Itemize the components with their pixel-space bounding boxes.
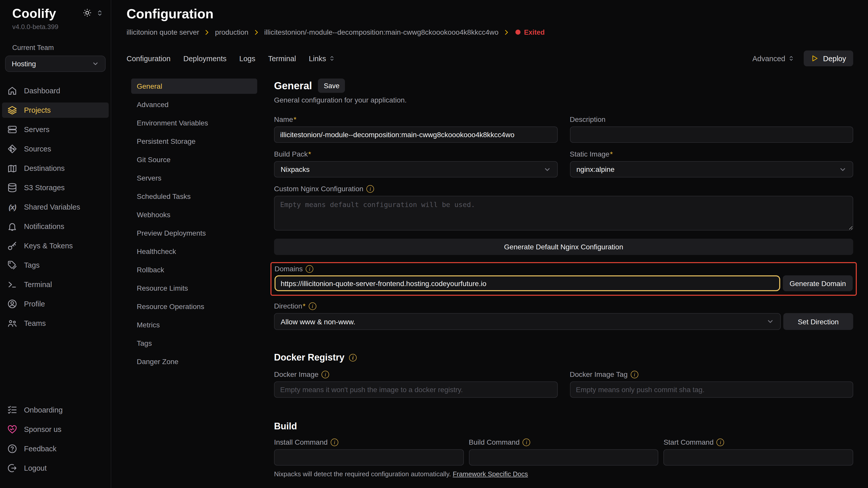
subnav-resource-operations[interactable]: Resource Operations bbox=[131, 299, 257, 314]
subnav-advanced[interactable]: Advanced bbox=[131, 97, 257, 112]
sidebar-item-s3-storages[interactable]: S3 Storages bbox=[2, 180, 109, 195]
server-icon bbox=[7, 124, 17, 135]
config-subnav: General Advanced Environment Variables P… bbox=[131, 78, 257, 488]
subnav-environment-variables[interactable]: Environment Variables bbox=[131, 115, 257, 131]
custom-nginx-textarea[interactable] bbox=[274, 196, 853, 230]
build-pack-select[interactable]: Nixpacks bbox=[274, 161, 557, 177]
tab-logs[interactable]: Logs bbox=[239, 54, 255, 62]
sidebar-item-feedback[interactable]: Feedback bbox=[2, 441, 109, 456]
sidebar-item-teams[interactable]: Teams bbox=[2, 316, 109, 331]
sidebar-item-projects[interactable]: Projects bbox=[2, 102, 109, 118]
sidebar-item-sources[interactable]: Sources bbox=[2, 141, 109, 157]
info-icon[interactable] bbox=[366, 185, 374, 193]
docker-image-input[interactable] bbox=[274, 382, 557, 398]
tab-configuration[interactable]: Configuration bbox=[127, 54, 171, 62]
subnav-persistent-storage[interactable]: Persistent Storage bbox=[131, 134, 257, 149]
subnav-servers[interactable]: Servers bbox=[131, 170, 257, 186]
map-icon bbox=[7, 163, 17, 173]
tab-links[interactable]: Links bbox=[309, 54, 335, 62]
sidebar-item-dashboard[interactable]: Dashboard bbox=[2, 83, 109, 98]
info-icon[interactable] bbox=[308, 302, 316, 310]
theme-sun-icon[interactable] bbox=[83, 8, 92, 17]
team-select[interactable]: Hosting bbox=[5, 56, 105, 72]
subnav-general[interactable]: General bbox=[131, 78, 257, 94]
sidebar-item-destinations[interactable]: Destinations bbox=[2, 161, 109, 176]
sidebar-item-servers[interactable]: Servers bbox=[2, 122, 109, 137]
name-input[interactable] bbox=[274, 126, 557, 143]
subnav-resource-limits[interactable]: Resource Limits bbox=[131, 281, 257, 296]
tab-terminal[interactable]: Terminal bbox=[268, 54, 296, 62]
generate-nginx-button[interactable]: Generate Default Nginx Configuration bbox=[274, 239, 853, 255]
variables-icon: (x) bbox=[7, 202, 17, 212]
sidebar-item-sponsor-us[interactable]: Sponsor us bbox=[2, 422, 109, 437]
subnav-scheduled-tasks[interactable]: Scheduled Tasks bbox=[131, 189, 257, 204]
sidebar-item-logout[interactable]: Logout bbox=[2, 460, 109, 476]
deploy-button[interactable]: Deploy bbox=[804, 51, 853, 66]
tags-icon bbox=[7, 260, 17, 270]
subnav-preview-deployments[interactable]: Preview Deployments bbox=[131, 225, 257, 241]
main-area: Configuration illicitonion quote server … bbox=[111, 0, 868, 488]
sidebar-item-tags[interactable]: Tags bbox=[2, 258, 109, 273]
subnav-danger-zone[interactable]: Danger Zone bbox=[131, 354, 257, 369]
info-icon[interactable] bbox=[331, 438, 338, 446]
app-logo: Coolify bbox=[12, 6, 56, 21]
current-team-label: Current Team bbox=[0, 44, 111, 52]
theme-switcher-chevrons-icon[interactable] bbox=[96, 9, 103, 17]
sidebar-item-shared-variables[interactable]: (x) Shared Variables bbox=[2, 199, 109, 215]
install-command-label: Install Command bbox=[274, 438, 328, 446]
page-title: Configuration bbox=[127, 6, 853, 22]
subnav-metrics[interactable]: Metrics bbox=[131, 317, 257, 332]
breadcrumb-environment[interactable]: production bbox=[215, 28, 249, 36]
sidebar-footer: Onboarding Sponsor us Feedback Logout bbox=[0, 402, 111, 480]
sidebar-item-profile[interactable]: Profile bbox=[2, 296, 109, 312]
info-icon[interactable] bbox=[321, 370, 329, 378]
domains-highlight-box: Domains Generate Domain bbox=[271, 262, 857, 296]
tab-deployments[interactable]: Deployments bbox=[183, 54, 226, 62]
chevron-right-icon bbox=[253, 29, 260, 35]
build-command-input[interactable] bbox=[469, 449, 658, 465]
start-command-input[interactable] bbox=[663, 449, 853, 465]
sidebar: Coolify v4.0.0-beta bbox=[0, 0, 111, 488]
breadcrumb-project[interactable]: illicitonion quote server bbox=[127, 28, 199, 36]
generate-domain-button[interactable]: Generate Domain bbox=[783, 275, 853, 291]
subnav-git-source[interactable]: Git Source bbox=[131, 152, 257, 167]
direction-select[interactable]: Allow www & non-www. bbox=[274, 313, 781, 330]
framework-docs-link[interactable]: Framework Specific Docs bbox=[453, 470, 528, 478]
chevron-down-icon bbox=[543, 165, 551, 173]
info-icon[interactable] bbox=[306, 265, 314, 272]
domains-input[interactable] bbox=[281, 279, 774, 287]
direction-label: Direction bbox=[274, 302, 305, 310]
status-text: Exited bbox=[524, 28, 545, 36]
set-direction-button[interactable]: Set Direction bbox=[783, 313, 853, 330]
docker-image-tag-input[interactable] bbox=[570, 382, 853, 398]
domains-label: Domains bbox=[275, 265, 303, 273]
sidebar-item-notifications[interactable]: Notifications bbox=[2, 219, 109, 234]
domains-input-focused bbox=[275, 275, 780, 291]
build-command-label: Build Command bbox=[469, 438, 520, 446]
info-icon[interactable] bbox=[717, 438, 724, 446]
sidebar-item-onboarding[interactable]: Onboarding bbox=[2, 402, 109, 418]
logout-icon bbox=[7, 463, 17, 473]
info-icon[interactable] bbox=[349, 354, 357, 362]
app-version: v4.0.0-beta.399 bbox=[0, 23, 111, 31]
static-image-select[interactable]: nginx:alpine bbox=[570, 161, 853, 177]
subnav-healthcheck[interactable]: Healthcheck bbox=[131, 244, 257, 259]
key-icon bbox=[7, 241, 17, 251]
users-icon bbox=[7, 318, 17, 328]
subnav-rollback[interactable]: Rollback bbox=[131, 262, 257, 278]
description-input[interactable] bbox=[570, 126, 853, 143]
info-icon[interactable] bbox=[631, 370, 639, 378]
sidebar-item-keys-tokens[interactable]: Keys & Tokens bbox=[2, 238, 109, 254]
install-command-input[interactable] bbox=[274, 449, 464, 465]
sidebar-item-terminal[interactable]: Terminal bbox=[2, 277, 109, 292]
save-button[interactable]: Save bbox=[318, 78, 345, 93]
team-select-value: Hosting bbox=[12, 60, 36, 68]
subnav-tags[interactable]: Tags bbox=[131, 335, 257, 351]
breadcrumb-application[interactable]: illicitestonion/-module--decomposition:m… bbox=[264, 28, 499, 36]
info-icon[interactable] bbox=[523, 438, 530, 446]
advanced-menu[interactable]: Advanced bbox=[752, 54, 795, 62]
nixpacks-note: Nixpacks will detect the required config… bbox=[274, 470, 853, 478]
custom-nginx-label: Custom Nginx Configuration bbox=[274, 185, 363, 193]
section-subtitle: General configuration for your applicati… bbox=[274, 96, 853, 104]
subnav-webhooks[interactable]: Webhooks bbox=[131, 207, 257, 222]
